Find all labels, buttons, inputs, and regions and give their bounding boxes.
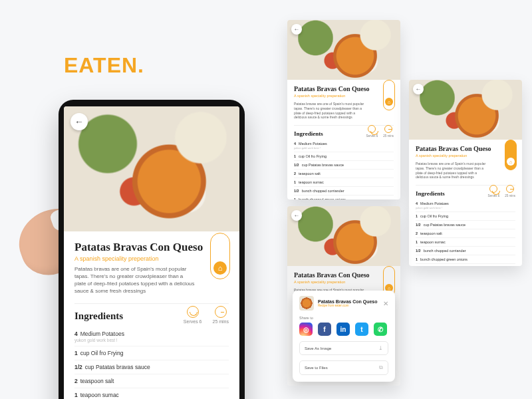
close-icon: ✕ bbox=[383, 300, 388, 307]
serves-label: Serves 6 bbox=[366, 134, 378, 138]
phone-mockup: ← Patatas Bravas Con Queso A spanish spe… bbox=[59, 100, 245, 399]
time-label: 25 mins bbox=[212, 319, 229, 324]
recipe-subtitle: A spanish speciality preperation bbox=[294, 94, 394, 98]
download-icon: ⤓ bbox=[378, 345, 383, 351]
list-item: 1cup Oil fro Frying bbox=[74, 346, 229, 360]
list-item: 1/2bunch chopped corriander bbox=[416, 247, 515, 255]
back-button[interactable]: ← bbox=[291, 210, 302, 221]
list-item: 2teaspoon salt bbox=[74, 374, 229, 388]
share-subtitle: Recipe from eaten.com bbox=[318, 304, 377, 307]
recipe-description: Patatas bravas are one of Spain's most p… bbox=[294, 102, 369, 120]
list-item: 2teaspoon salt bbox=[416, 229, 515, 238]
arrow-left-icon: ← bbox=[294, 212, 300, 219]
time-label: 25 mins bbox=[505, 194, 515, 198]
recipe-title: Patatas Bravas Con Queso bbox=[74, 241, 229, 254]
recipe-description: Patatas bravas are one of Spain's most p… bbox=[416, 162, 491, 180]
recipe-meta: Serves 6 25 mins bbox=[184, 306, 229, 324]
facebook-icon[interactable]: f bbox=[318, 323, 331, 336]
arrow-left-icon: ← bbox=[74, 116, 84, 127]
list-item: 1/2cup Patatas bravas sauce bbox=[416, 221, 515, 229]
list-item: 4Medium Potatoesyukon gold work best ! bbox=[294, 140, 394, 152]
list-item: 1cup Oil fro Frying bbox=[416, 212, 515, 221]
share-pill[interactable]: ⌂ bbox=[383, 80, 395, 110]
list-item: 1/2cup Patatas bravas sauce bbox=[294, 161, 394, 170]
recipe-title: Patatas Bravas Con Queso bbox=[294, 271, 394, 279]
save-files-label: Save to Files bbox=[305, 366, 328, 370]
share-sheet: Patatas Bravas Con Queso Recipe from eat… bbox=[293, 291, 395, 382]
list-item: 1bunch chopped green onions bbox=[294, 196, 394, 200]
list-item: 4Medium Potatoesyukon gold work best ! bbox=[416, 200, 515, 212]
serves-icon bbox=[187, 306, 199, 318]
list-item: 1bunch chopped green onions bbox=[416, 255, 515, 264]
clock-icon bbox=[215, 306, 227, 318]
list-item: 1/2cup Patatas bravas sauce bbox=[74, 360, 229, 374]
share-pill[interactable]: ⌂ bbox=[210, 233, 230, 279]
recipe-title: Patatas Bravas Con Queso bbox=[416, 145, 515, 152]
phone-screen: ← Patatas Bravas Con Queso A spanish spe… bbox=[64, 106, 239, 399]
brand-logo: EATEN. bbox=[64, 53, 144, 78]
recipe-subtitle: A spanish speciality preperation bbox=[416, 154, 515, 158]
serves-icon bbox=[368, 125, 376, 133]
back-button[interactable]: ← bbox=[291, 24, 302, 35]
recipe-title: Patatas Bravas Con Queso bbox=[294, 85, 394, 92]
copy-icon: ⧉ bbox=[379, 364, 383, 371]
list-item: 2teaspoon salt bbox=[294, 170, 394, 178]
list-item: 1teapoon sumac bbox=[294, 178, 394, 187]
ingredients-list: 4Medium Potatoesyukon gold work best ! 1… bbox=[74, 327, 229, 399]
preview-card-default: ← Patatas Bravas Con Queso A spanish spe… bbox=[287, 20, 400, 200]
share-to-label: Share to bbox=[299, 316, 388, 320]
recipe-subtitle: A spanish speciality preperation bbox=[74, 255, 229, 262]
clock-icon bbox=[384, 125, 392, 133]
share-icon: ⌂ bbox=[388, 100, 390, 104]
share-pill-active[interactable]: ⌂ bbox=[505, 140, 517, 170]
time-label: 25 mins bbox=[383, 134, 394, 138]
phone-frame: ← Patatas Bravas Con Queso A spanish spe… bbox=[59, 100, 245, 399]
list-item: 1teapoon sumac bbox=[74, 388, 229, 399]
save-to-files-button[interactable]: Save to Files ⧉ bbox=[299, 360, 388, 375]
share-icon: ⌂ bbox=[218, 264, 223, 272]
share-icon: ⌂ bbox=[509, 160, 512, 164]
share-thumbnail bbox=[299, 296, 314, 311]
linkedin-icon[interactable]: in bbox=[336, 323, 350, 336]
serves-label: Serves 6 bbox=[184, 319, 202, 324]
preview-card-active-pill: ← Patatas Bravas Con Queso A spanish spe… bbox=[409, 80, 522, 266]
serves-label: Serves 6 bbox=[487, 194, 499, 198]
recipe-hero-image: ← bbox=[64, 106, 239, 231]
arrow-left-icon: ← bbox=[294, 26, 300, 33]
share-networks: ◎ f in t ✆ bbox=[299, 323, 388, 336]
serves-icon bbox=[489, 185, 497, 193]
share-icon: ⌂ bbox=[388, 286, 390, 291]
preview-card-share-sheet: ← Patatas Bravas Con Queso A spanish spe… bbox=[287, 206, 400, 386]
save-as-image-button[interactable]: Save As Image ⤓ bbox=[299, 341, 388, 355]
list-item: 1teapoon sumac bbox=[416, 238, 515, 247]
recipe-subtitle: A spanish speciality preperation bbox=[294, 280, 394, 284]
instagram-icon[interactable]: ◎ bbox=[299, 323, 313, 336]
share-title: Patatas Bravas Con Queso bbox=[318, 299, 377, 305]
list-item: 1cup Oil fro Frying bbox=[294, 152, 394, 161]
back-button[interactable]: ← bbox=[413, 84, 424, 94]
save-image-label: Save As Image bbox=[305, 346, 331, 350]
list-item: 1/2bunch chopped corriander bbox=[294, 187, 394, 196]
back-button[interactable]: ← bbox=[70, 113, 88, 130]
clock-icon bbox=[506, 185, 514, 193]
close-button[interactable]: ✕ bbox=[383, 300, 388, 307]
whatsapp-icon[interactable]: ✆ bbox=[374, 323, 387, 336]
recipe-description: Patatas bravas are one of Spain's most p… bbox=[74, 266, 195, 295]
arrow-left-icon: ← bbox=[416, 86, 422, 92]
twitter-icon[interactable]: t bbox=[355, 323, 368, 336]
list-item: 4Medium Potatoesyukon gold work best ! bbox=[74, 327, 229, 346]
